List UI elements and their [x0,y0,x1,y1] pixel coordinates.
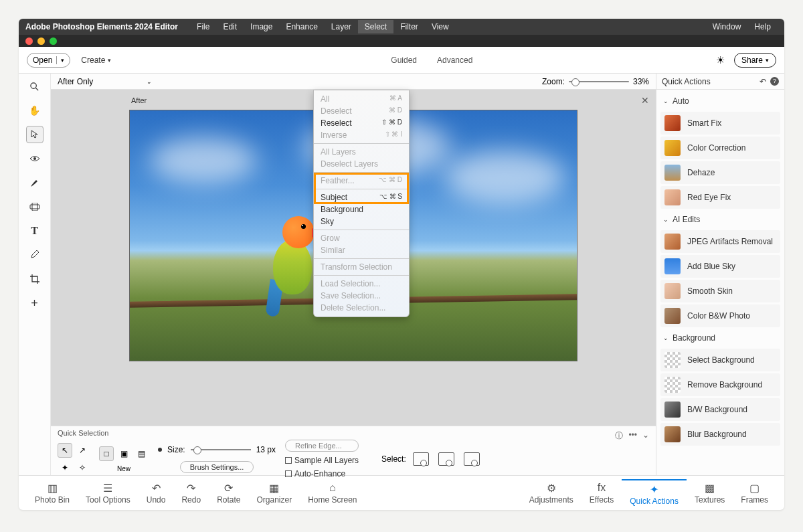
bb-undo[interactable]: ↶Undo [139,482,174,505]
qa-section-background[interactable]: ⌄Background [660,329,780,347]
chevron-down-icon: ▾ [61,57,64,64]
create-button[interactable]: Create ▾ [81,56,111,65]
qa-item-blur-background[interactable]: Blur Background [660,423,780,446]
spot-heal-tool-icon[interactable] [26,198,43,215]
maximize-window-icon[interactable] [50,37,57,45]
select-subject-icon[interactable] [413,452,429,466]
eyedropper-tool-icon[interactable] [26,246,43,264]
zoom-tool-icon[interactable] [26,78,43,95]
menu-file[interactable]: File [190,20,216,33]
crop-tool-icon[interactable] [26,270,43,288]
menu-layer[interactable]: Layer [325,20,358,33]
qa-item-select-background[interactable]: Select Background [660,349,780,371]
bottom-bar: ▥Photo Bin☰Tool Options↶Undo↷Redo⟳Rotate… [19,475,784,510]
menu-item-all-layers: All Layers [314,146,409,158]
new-selection-icon[interactable]: □ [99,446,114,461]
subtract-selection-icon[interactable]: ▤ [134,446,149,461]
open-button[interactable]: Open ▾ [27,53,70,68]
bb-rotate[interactable]: ⟳Rotate [209,482,248,505]
qa-item-remove-background[interactable]: Remove Background [660,373,780,396]
magic-wand-icon[interactable]: ✦ [58,460,72,475]
tab-guided[interactable]: Guided [391,56,417,65]
menu-select[interactable]: Select [358,20,393,33]
menu-separator [314,275,409,276]
menu-filter[interactable]: Filter [393,20,425,33]
appearance-toggle-icon[interactable]: ☀ [716,54,725,66]
menu-enhance[interactable]: Enhance [279,20,324,33]
brush-tool-icon[interactable] [26,174,43,191]
zoom-value: 33% [633,77,649,86]
bb-home-screen[interactable]: ⌂Home Screen [300,482,365,505]
tool-palette: ✋ T + [19,74,51,475]
svg-point-2 [33,157,36,160]
qa-item-add-blue-sky[interactable]: Add Blue Sky [660,255,780,278]
select-label: Select: [381,454,406,464]
sample-all-layers-checkbox[interactable]: Sample All Layers [285,456,359,465]
bb-redo[interactable]: ↷Redo [173,482,209,505]
tool-options-title: Quick Selection [58,429,649,437]
zoom-slider[interactable] [569,81,629,82]
auto-enhance-checkbox[interactable]: Auto-Enhance [285,469,359,478]
menu-item-subject[interactable]: Subject⌥ ⌘ S [314,191,409,203]
qa-item-jpeg-artifacts-removal[interactable]: JPEG Artifacts Removal [660,230,780,253]
menu-edit[interactable]: Edit [216,20,244,33]
bb-organizer[interactable]: ▦Organizer [248,482,300,505]
info-icon[interactable]: ⓘ [615,430,623,442]
size-slider[interactable] [191,449,251,450]
add-tool-icon[interactable]: + [26,294,43,312]
hand-tool-icon[interactable]: ✋ [26,102,43,119]
menu-item-all: All⌘ A [314,93,409,105]
view-mode-select[interactable]: After Only ⌄ [58,77,152,86]
bb-adjustments[interactable]: ⚙Adjustments [521,482,582,505]
qa-item-color-correction[interactable]: Color Correction [660,137,780,159]
eye-tool-icon[interactable] [26,150,43,167]
share-button[interactable]: Share ▾ [734,53,776,68]
chevron-down-icon[interactable]: ⌄ [642,430,649,442]
selection-brush-icon[interactable]: ↗ [75,443,90,458]
minimize-window-icon[interactable] [37,37,45,45]
menu-item-sky[interactable]: Sky [314,215,409,228]
quick-selection-tool-icon[interactable] [26,126,43,143]
bb-frames[interactable]: ▢Frames [733,482,776,505]
svg-rect-3 [30,205,39,209]
menu-view[interactable]: View [425,20,456,33]
quick-actions-title: Quick Actions [662,77,711,86]
qa-item-dehaze[interactable]: Dehaze [660,161,780,184]
qa-item-smooth-skin[interactable]: Smooth Skin [660,280,780,302]
add-selection-icon[interactable]: ▣ [116,446,131,461]
svg-rect-4 [32,203,37,211]
menu-item-reselect[interactable]: Reselect⇧ ⌘ D [314,117,409,129]
body: ✋ T + After Only ⌄ Zoom: 33% [19,74,784,475]
bb-effects[interactable]: fxEffects [582,482,622,505]
canvas-label: After [131,96,147,104]
menu-item-background[interactable]: Background [314,203,409,215]
qa-section-auto[interactable]: ⌄Auto [660,92,780,110]
qa-item-color-b-w-photo[interactable]: Color B&W Photo [660,304,780,327]
undo-icon[interactable]: ↶ [760,77,766,86]
qa-section-ai-edits[interactable]: ⌄AI Edits [660,211,780,228]
select-background-icon[interactable] [438,452,454,466]
tool-options-panel: Quick Selection ⓘ ••• ⌄ ↖ ↗ ✦ ✧ [51,426,656,475]
close-document-icon[interactable]: ✕ [641,95,649,106]
menu-help[interactable]: Help [747,20,778,33]
chevron-down-icon: ▾ [766,57,769,64]
more-icon[interactable]: ••• [628,430,637,442]
bb-photo-bin[interactable]: ▥Photo Bin [27,482,78,505]
close-window-icon[interactable] [25,37,33,45]
menu-window[interactable]: Window [706,20,748,33]
select-sky-icon[interactable] [464,452,480,466]
bb-textures[interactable]: ▩Textures [687,482,733,505]
bb-tool-options[interactable]: ☰Tool Options [78,482,139,505]
help-icon[interactable]: ? [770,77,779,86]
refine-brush-icon[interactable]: ✧ [75,460,90,475]
menu-image[interactable]: Image [244,20,279,33]
refine-edge-button[interactable]: Refine Edge... [285,440,359,452]
qa-item-red-eye-fix[interactable]: Red Eye Fix [660,186,780,209]
text-tool-icon[interactable]: T [26,222,43,240]
bb-quick-actions[interactable]: ✦Quick Actions [622,479,687,506]
qa-item-smart-fix[interactable]: Smart Fix [660,112,780,135]
tab-advanced[interactable]: Advanced [437,56,472,65]
brush-settings-button[interactable]: Brush Settings... [180,461,254,473]
selection-tool-a-icon[interactable]: ↖ [58,443,72,458]
qa-item-b-w-background[interactable]: B/W Background [660,398,780,421]
